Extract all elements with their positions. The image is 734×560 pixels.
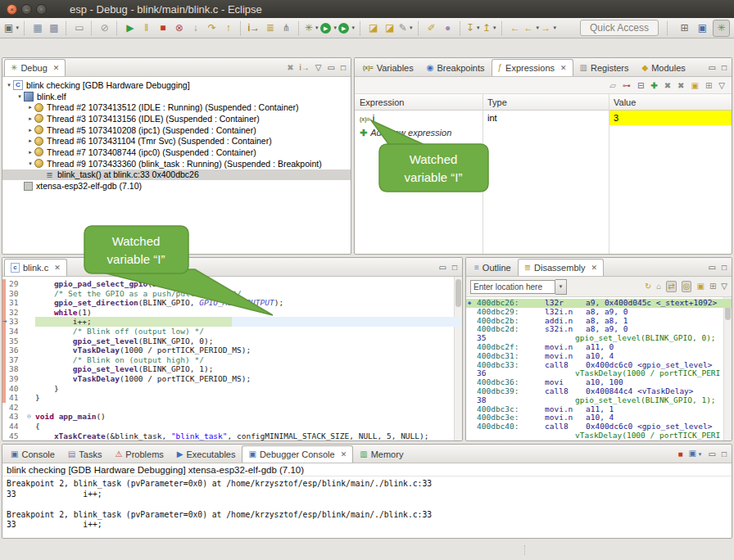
show-logical-structures-icon[interactable]: ⊶ <box>623 81 631 90</box>
close-icon[interactable]: ✕ <box>54 264 61 272</box>
code-line[interactable]: 45 xTaskCreate(&blink_task, "blink_task"… <box>2 431 462 441</box>
column-header-value[interactable]: Value <box>609 97 732 107</box>
expand-toggle-icon[interactable]: ▸ <box>26 115 34 122</box>
code-line[interactable]: →33 i++; <box>2 317 462 327</box>
maximize-icon[interactable]: □ <box>452 263 457 273</box>
step-filters-icon[interactable]: ⋔ <box>279 20 294 36</box>
tab-variables[interactable]: (x)=Variables <box>356 59 420 76</box>
debug-perspective-icon[interactable]: ✳ <box>713 20 730 37</box>
run-icon[interactable]: ▶▼ <box>320 20 338 36</box>
minimize-icon[interactable]: ▭ <box>709 449 716 459</box>
maximize-icon[interactable]: □ <box>722 63 727 73</box>
sync-with-pc-icon[interactable]: ⇄ <box>666 281 676 292</box>
tab-console[interactable]: ▣Console <box>4 445 61 463</box>
code-editor[interactable]: 29 gpio_pad_select_gpio(BLINK_GPIO);30 /… <box>2 277 462 440</box>
code-line[interactable]: 42 <box>2 403 462 413</box>
code-line[interactable]: 41} <box>2 393 462 403</box>
code-line[interactable]: 43⊖void app_main() <box>2 412 462 422</box>
console-output[interactable]: Breakpoint 2, blink_task (pvParameter=0x… <box>2 476 732 538</box>
cpp-perspective-icon[interactable]: ▣ <box>695 20 710 36</box>
tree-item-thread-7[interactable]: ▸Thread #7 1073408744 (ipc0) (Suspended … <box>2 147 351 158</box>
refresh-icon[interactable]: ↻ <box>645 282 651 291</box>
disconnect-icon[interactable]: ⊗ <box>171 20 187 36</box>
maximize-icon[interactable]: □ <box>341 63 346 73</box>
tree-item-thread-3[interactable]: ▸Thread #3 1073413156 (IDLE) (Suspended … <box>2 113 351 124</box>
remove-all-terminated-icon[interactable]: ✖ <box>287 63 293 73</box>
tree-item-thread-2[interactable]: ▸Thread #2 1073413512 (IDLE : Running) (… <box>2 102 351 113</box>
minimize-icon[interactable]: ▭ <box>328 63 335 73</box>
save-icon[interactable]: ▦ <box>29 20 45 36</box>
open-new-view-icon[interactable]: ⊞ <box>705 81 712 90</box>
tree-item-launch-config[interactable]: ▾Cblink checking [GDB Hardware Debugging… <box>2 79 351 91</box>
code-line[interactable]: 30 /* Set the GPIO as a push/pull output… <box>2 289 462 299</box>
minimize-icon[interactable]: ▭ <box>709 263 716 273</box>
remove-expression-icon[interactable]: ✖ <box>664 81 671 90</box>
column-header-expression[interactable]: Expression <box>355 97 483 107</box>
new-project-icon[interactable]: ◪ <box>365 20 381 36</box>
window-minimize-button[interactable]: – <box>21 4 32 15</box>
tree-item-stack-frame[interactable]: ≣blink_task() at blink.c:33 0x400dbc26 <box>2 169 351 181</box>
close-icon[interactable]: ✕ <box>591 264 597 272</box>
close-icon[interactable]: ✕ <box>53 64 60 72</box>
code-line[interactable]: 31 gpio_set_direction(BLINK_GPIO, GPIO_M… <box>2 298 462 308</box>
expand-toggle-icon[interactable]: ▸ <box>26 127 34 133</box>
location-dropdown-icon[interactable]: ▼ <box>555 279 567 295</box>
code-line[interactable]: 34 /* Blink off (output low) */ <box>2 327 462 336</box>
tree-item-thread-5[interactable]: ▸Thread #5 1073410208 (ipc1) (Suspended … <box>2 124 351 136</box>
tab-tasks[interactable]: ▤Tasks <box>61 445 109 463</box>
tab-breakpoints[interactable]: ◉Breakpoints <box>420 59 492 76</box>
tab-outline[interactable]: ≡Outline <box>468 259 518 276</box>
next-annotation-icon[interactable]: ↧▼ <box>465 20 481 36</box>
fold-marker-icon[interactable]: ⊖ <box>27 412 35 422</box>
debug-icon[interactable]: ✳▼ <box>304 20 319 36</box>
open-element-icon[interactable]: ◪ <box>382 20 397 36</box>
location-input[interactable]: Enter location here <box>470 280 555 294</box>
instruction-stepping-icon[interactable]: i→ <box>246 20 261 36</box>
minimize-icon[interactable]: ▭ <box>709 63 716 73</box>
expressions-table[interactable]: Expression Type Value (x)=iint3✚Add new … <box>355 94 732 254</box>
code-line[interactable]: 37 /* Blink on (output high) */ <box>2 355 462 365</box>
code-line[interactable]: 44{ <box>2 422 462 431</box>
tab-registers[interactable]: ▥Registers <box>573 59 636 76</box>
remove-all-expressions-icon[interactable]: ✖ <box>677 81 684 90</box>
disassembly-list[interactable]: ◆400dbc26:l32ra9, 0x400d045c <_stext+109… <box>466 297 732 440</box>
view-menu-icon[interactable]: ▽ <box>718 81 725 90</box>
tree-item-elf-file[interactable]: ▾blink.elf <box>2 91 351 102</box>
new-wizard-icon[interactable]: ▣▼ <box>4 20 20 36</box>
tab-debugger-console[interactable]: ▣Debugger Console✕ <box>242 445 353 463</box>
resume-icon[interactable]: ▶ <box>122 20 138 36</box>
maximize-icon[interactable]: □ <box>722 449 727 459</box>
tab-expressions[interactable]: ƒExpressions✕ <box>492 59 573 76</box>
minimize-icon[interactable]: ▭ <box>439 263 446 273</box>
code-line[interactable]: 40 } <box>2 384 462 394</box>
maximize-icon[interactable]: □ <box>722 263 727 273</box>
tree-item-thread-9[interactable]: ▾Thread #9 1073433360 (blink_task : Runn… <box>2 158 351 169</box>
tab-blink-c[interactable]: cblink.c✕ <box>4 259 67 276</box>
terminate-icon[interactable]: ■ <box>677 449 682 459</box>
previous-annotation-icon[interactable]: ↥▼ <box>482 20 497 36</box>
show-source-icon[interactable]: ◎ <box>682 281 692 292</box>
tree-item-thread-6[interactable]: ▸Thread #6 1073431104 (Tmr Svc) (Suspend… <box>2 135 351 147</box>
open-perspective-icon[interactable]: ⊞ <box>677 20 692 36</box>
code-line[interactable]: 29 gpio_pad_select_gpio(BLINK_GPIO); <box>2 279 462 289</box>
external-tools-icon[interactable]: ▶▼ <box>338 20 356 36</box>
search-icon[interactable]: ✎▼ <box>398 20 414 36</box>
code-line[interactable]: 35 gpio_set_level(BLINK_GPIO, 0); <box>2 336 462 346</box>
new-view-icon[interactable]: ▣ <box>691 81 698 90</box>
close-icon[interactable]: ✕ <box>341 450 347 458</box>
view-menu-icon[interactable]: ▽ <box>721 282 727 291</box>
show-type-names-icon[interactable]: ▱ <box>609 81 616 90</box>
view-menu-icon[interactable]: ▽ <box>315 63 322 73</box>
step-into-icon[interactable]: ↓ <box>188 20 203 36</box>
quick-access-button[interactable]: Quick Access <box>580 20 659 36</box>
step-over-icon[interactable]: ↷ <box>204 20 220 36</box>
save-all-icon[interactable]: ▩ <box>46 20 61 36</box>
forward-icon[interactable]: →▼ <box>541 20 557 36</box>
add-expression-icon[interactable]: ✚ <box>650 81 657 90</box>
expand-toggle-icon[interactable]: ▸ <box>26 138 34 144</box>
code-line[interactable]: 32 while(1) <box>2 308 462 318</box>
print-icon[interactable]: ▭ <box>71 20 87 36</box>
expression-row[interactable]: (x)=iint3 <box>355 111 732 125</box>
skip-all-breakpoints-icon[interactable]: ⊘ <box>97 20 112 36</box>
tab-executables[interactable]: ▶Executables <box>170 445 242 463</box>
